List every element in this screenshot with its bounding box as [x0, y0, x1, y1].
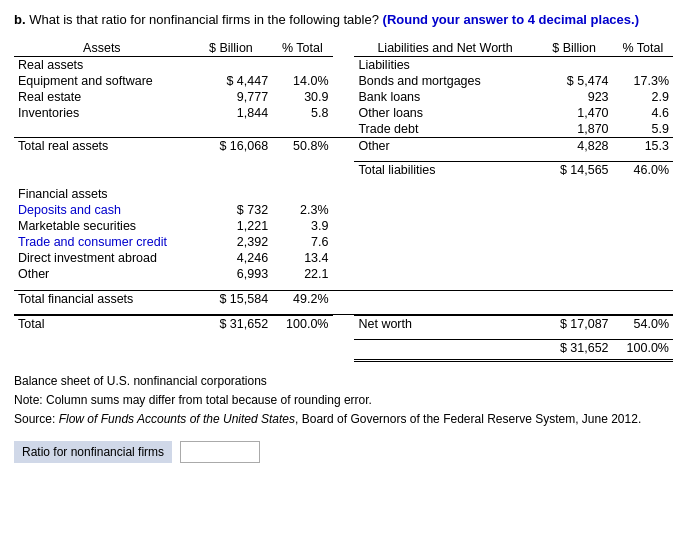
- direct-inv-pct: 13.4: [272, 250, 332, 266]
- marketable-dollar: 1,221: [190, 218, 272, 234]
- spacer: [14, 154, 673, 162]
- net-worth-dollar: $ 17,087: [536, 315, 613, 332]
- real-assets-label: Real assets: [14, 56, 190, 73]
- grand-total-right-dollar: $ 31,652: [536, 340, 613, 357]
- realestate-dollar: 9,777: [190, 89, 272, 105]
- col-billion-right-header: $ Billion: [536, 40, 613, 57]
- col-assets-header: Assets: [14, 40, 190, 57]
- ratio-label: Ratio for nonfinancial firms: [14, 441, 172, 463]
- equipment-dollar: $ 4,447: [190, 73, 272, 89]
- bonds-label: Bonds and mortgages: [354, 73, 535, 89]
- direct-inv-dollar: 4,246: [190, 250, 272, 266]
- tradedebt-dollar: 1,870: [536, 121, 613, 138]
- question-label: b.: [14, 12, 26, 27]
- other-fin-dollar: 6,993: [190, 266, 272, 282]
- total-dollar: $ 31,652: [190, 315, 272, 332]
- other-fin-label: Other: [14, 266, 190, 282]
- financial-assets-header: Financial assets: [14, 186, 673, 202]
- double-underline-row: [14, 356, 673, 360]
- equipment-label: Equipment and software: [14, 73, 190, 89]
- question-instruction: (Round your answer to 4 decimal places.): [383, 12, 639, 27]
- other-liab-dollar: 4,828: [536, 137, 613, 154]
- otherloans-label: Other loans: [354, 105, 535, 121]
- balance-sheet-table: Assets $ Billion % Total Liabilities and…: [14, 40, 673, 362]
- col-liabilities-header: Liabilities and Net Worth: [354, 40, 535, 57]
- table-row: Deposits and cash $ 732 2.3%: [14, 202, 673, 218]
- col-pct-right-header: % Total: [613, 40, 673, 57]
- inventories-dollar: 1,844: [190, 105, 272, 121]
- bonds-pct: 17.3%: [613, 73, 673, 89]
- notes-line2: Note: Column sums may differ from total …: [14, 391, 673, 410]
- financial-assets-label: Financial assets: [14, 186, 190, 202]
- total-fin-pct: 49.2%: [272, 290, 332, 307]
- bankloans-pct: 2.9: [613, 89, 673, 105]
- grand-total-row: Total $ 31,652 100.0% Net worth $ 17,087…: [14, 315, 673, 332]
- notes-source-prefix: Source:: [14, 412, 59, 426]
- net-worth-pct: 54.0%: [613, 315, 673, 332]
- deposits-label: Deposits and cash: [14, 202, 190, 218]
- total-real-assets-row: Total real assets $ 16,068 50.8% Other 4…: [14, 137, 673, 154]
- total-liabilities-pct: 46.0%: [613, 162, 673, 179]
- spacer3: [14, 282, 673, 290]
- total-fin-label: Total financial assets: [14, 290, 190, 307]
- spacer5: [14, 332, 673, 340]
- table-row: Marketable securities 1,221 3.9: [14, 218, 673, 234]
- total-liabilities-label: Total liabilities: [354, 162, 535, 179]
- notes-line3: Source: Flow of Funds Accounts of the Un…: [14, 410, 673, 429]
- realestate-pct: 30.9: [272, 89, 332, 105]
- col-pct-left-header: % Total: [272, 40, 332, 57]
- question: b. What is that ratio for nonfinancial f…: [14, 10, 673, 30]
- equipment-pct: 14.0%: [272, 73, 332, 89]
- other-liab-pct: 15.3: [613, 137, 673, 154]
- otherloans-pct: 4.6: [613, 105, 673, 121]
- total-fin-dollar: $ 15,584: [190, 290, 272, 307]
- inventories-pct: 5.8: [272, 105, 332, 121]
- total-real-assets-pct: 50.8%: [272, 137, 332, 154]
- marketable-pct: 3.9: [272, 218, 332, 234]
- direct-inv-label: Direct investment abroad: [14, 250, 190, 266]
- trade-consumer-pct: 7.6: [272, 234, 332, 250]
- spacer4: [14, 307, 673, 315]
- deposits-dollar: $ 732: [190, 202, 272, 218]
- ratio-section: Ratio for nonfinancial firms: [14, 441, 673, 463]
- grand-total-right-pct: 100.0%: [613, 340, 673, 357]
- notes-source-italic: Flow of Funds Accounts of the United Sta…: [59, 412, 295, 426]
- other-fin-pct: 22.1: [272, 266, 332, 282]
- trade-consumer-dollar: 2,392: [190, 234, 272, 250]
- table-row: Other 6,993 22.1: [14, 266, 673, 282]
- table-row: Trade and consumer credit 2,392 7.6: [14, 234, 673, 250]
- total-real-assets-label: Total real assets: [14, 137, 190, 154]
- liabilities-label: Liabilities: [354, 56, 535, 73]
- total-label: Total: [14, 315, 190, 332]
- trade-consumer-label: Trade and consumer credit: [14, 234, 190, 250]
- total-real-assets-dollar: $ 16,068: [190, 137, 272, 154]
- total-liabilities-dollar: $ 14,565: [536, 162, 613, 179]
- tradedebt-label: Trade debt: [354, 121, 535, 138]
- marketable-label: Marketable securities: [14, 218, 190, 234]
- bankloans-label: Bank loans: [354, 89, 535, 105]
- notes-source-suffix: , Board of Governors of the Federal Rese…: [295, 412, 641, 426]
- otherloans-dollar: 1,470: [536, 105, 613, 121]
- other-liab-label: Other: [354, 137, 535, 154]
- real-assets-section-header: Real assets Liabilities: [14, 56, 673, 73]
- spacer2: [14, 178, 673, 186]
- question-text: What is that ratio for nonfinancial firm…: [29, 12, 379, 27]
- bonds-dollar: $ 5,474: [536, 73, 613, 89]
- table-row: Trade debt 1,870 5.9: [14, 121, 673, 138]
- table-row: Equipment and software $ 4,447 14.0% Bon…: [14, 73, 673, 89]
- notes-line1: Balance sheet of U.S. nonfinancial corpo…: [14, 372, 673, 391]
- grand-total-right-row: $ 31,652 100.0%: [14, 340, 673, 357]
- total-financial-assets-row: Total financial assets $ 15,584 49.2%: [14, 290, 673, 307]
- table-row: Inventories 1,844 5.8 Other loans 1,470 …: [14, 105, 673, 121]
- bankloans-dollar: 923: [536, 89, 613, 105]
- ratio-input[interactable]: [180, 441, 260, 463]
- inventories-label: Inventories: [14, 105, 190, 121]
- total-liabilities-row: Total liabilities $ 14,565 46.0%: [14, 162, 673, 179]
- table-row: Direct investment abroad 4,246 13.4: [14, 250, 673, 266]
- col-billion-left-header: $ Billion: [190, 40, 272, 57]
- deposits-pct: 2.3%: [272, 202, 332, 218]
- total-pct: 100.0%: [272, 315, 332, 332]
- notes-section: Balance sheet of U.S. nonfinancial corpo…: [14, 372, 673, 430]
- tradedebt-pct: 5.9: [613, 121, 673, 138]
- realestate-label: Real estate: [14, 89, 190, 105]
